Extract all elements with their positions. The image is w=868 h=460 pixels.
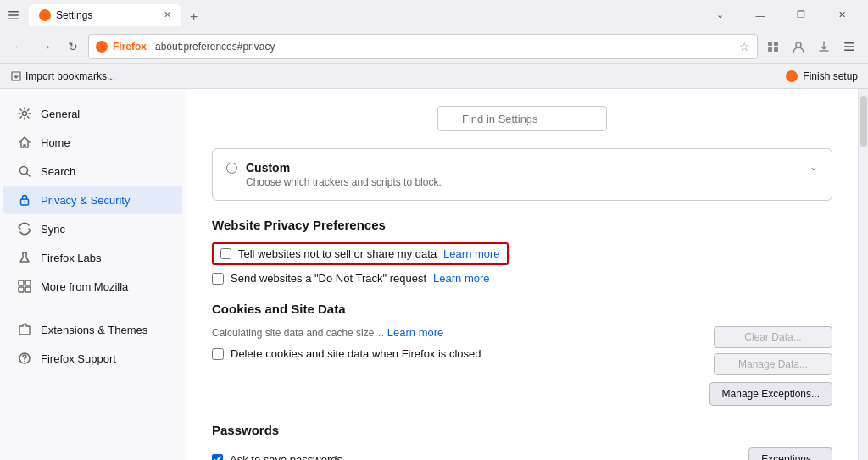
active-tab[interactable]: Settings ✕ [29, 4, 181, 26]
do-not-track-label: Send websites a "Do Not Track" request [231, 272, 426, 285]
menu-button[interactable] [837, 35, 861, 58]
cookies-description: Calculating site data and cache size… Le… [212, 326, 704, 339]
do-not-track-checkbox[interactable] [212, 273, 224, 285]
sidebar-item-search[interactable]: Search [3, 157, 182, 186]
sidebar-item-firefox-labs[interactable]: Firefox Labs [3, 243, 182, 272]
svg-rect-3 [768, 42, 772, 46]
custom-radio-button[interactable] [226, 163, 237, 174]
custom-title: Custom [246, 161, 801, 175]
sidebar-item-label: Firefox Support [41, 352, 116, 365]
forward-button[interactable]: → [34, 35, 58, 58]
sidebar-divider [10, 308, 175, 308]
cookies-right: Clear Data... Manage Data... [714, 326, 832, 375]
svg-rect-10 [844, 49, 854, 51]
cookies-desc-text: Calculating site data and cache size… [212, 327, 384, 339]
mozilla-icon [17, 279, 32, 294]
content-area: Custom Choose which trackers and scripts… [186, 89, 858, 460]
delete-cookies-checkbox[interactable] [212, 348, 224, 360]
delete-cookies-row: Delete cookies and site data when Firefo… [212, 347, 704, 360]
svg-rect-9 [844, 46, 854, 47]
cookies-section: Cookies and Site Data Calculating site d… [212, 302, 832, 406]
sidebar-item-privacy[interactable]: Privacy & Security [3, 186, 182, 214]
minimize-button[interactable]: ⌄ [700, 3, 739, 27]
svg-rect-2 [8, 18, 19, 19]
tell-websites-checkbox[interactable] [220, 248, 231, 259]
scrollbar[interactable] [858, 89, 868, 460]
cookies-layout: Calculating site data and cache size… Le… [212, 326, 832, 375]
account-button[interactable] [787, 35, 810, 58]
svg-point-14 [24, 202, 25, 203]
custom-text-group: Custom Choose which trackers and scripts… [246, 161, 801, 188]
tab-title: Settings [56, 9, 92, 21]
find-settings-input[interactable] [437, 106, 607, 131]
address-url: about:preferences#privacy [155, 41, 275, 53]
custom-chevron-icon[interactable]: ⌄ [810, 161, 818, 173]
maximize-button[interactable]: ❐ [782, 3, 821, 27]
svg-rect-18 [25, 287, 31, 292]
svg-rect-4 [774, 42, 778, 46]
delete-cookies-label: Delete cookies and site data when Firefo… [231, 347, 481, 360]
sidebar-item-label: Search [41, 165, 75, 178]
close-button[interactable]: ✕ [822, 3, 861, 27]
svg-point-20 [24, 361, 25, 363]
ask-save-checkbox[interactable] [212, 454, 223, 461]
manage-data-button[interactable]: Manage Data... [714, 353, 832, 375]
ask-save-label: Ask to save passwords [230, 453, 342, 461]
sidebar-item-more-mozilla[interactable]: More from Mozilla [3, 272, 182, 301]
cookies-learn-link[interactable]: Learn more [387, 326, 443, 339]
gear-icon [17, 106, 32, 121]
back-button[interactable]: ← [7, 35, 31, 58]
sidebar-item-general[interactable]: General [3, 99, 182, 128]
finish-favicon [786, 70, 798, 82]
lock-icon [17, 192, 32, 208]
sidebar-item-label: Privacy & Security [41, 194, 130, 207]
cookies-section-title: Cookies and Site Data [212, 302, 832, 316]
extensions-button[interactable] [761, 35, 785, 58]
sidebar-item-label: General [41, 108, 80, 120]
address-favicon [96, 41, 108, 53]
svg-rect-16 [25, 280, 31, 285]
sync-icon [17, 221, 32, 236]
website-privacy-title: Website Privacy Preferences [212, 218, 832, 232]
main-content: General Home Search [0, 89, 868, 460]
tab-close-button[interactable]: ✕ [164, 9, 171, 20]
svg-rect-5 [768, 47, 772, 52]
sidebar-item-firefox-support[interactable]: Firefox Support [3, 344, 182, 373]
svg-rect-6 [774, 47, 778, 52]
reload-button[interactable]: ↻ [61, 35, 85, 58]
sidebar-item-sync[interactable]: Sync [3, 214, 182, 243]
home-icon [17, 135, 32, 150]
finish-setup-button[interactable]: Finish setup [786, 70, 858, 82]
new-tab-button[interactable]: + [185, 8, 203, 26]
exceptions-button[interactable]: Exceptions... [748, 447, 832, 460]
custom-protection-box: Custom Choose which trackers and scripts… [212, 148, 832, 201]
import-bookmarks-button[interactable]: Import bookmarks... [10, 70, 115, 82]
sidebar-item-label: Firefox Labs [41, 252, 102, 264]
sidebar-item-label: Home [41, 136, 70, 149]
do-not-track-learn-link[interactable]: Learn more [433, 272, 489, 285]
import-bookmarks-label: Import bookmarks... [25, 70, 115, 82]
labs-icon [17, 250, 32, 265]
sidebar-item-home[interactable]: Home [3, 128, 182, 157]
do-not-track-row: Send websites a "Do Not Track" request L… [212, 272, 832, 285]
window-controls-right: ⌄ — ❐ ✕ [700, 3, 861, 27]
minimize-button[interactable]: — [741, 3, 780, 27]
passwords-section-title: Passwords [212, 423, 832, 437]
address-bar[interactable]: Firefox about:preferences#privacy ☆ [88, 34, 758, 59]
sidebar-item-extensions-themes[interactable]: Extensions & Themes [3, 315, 182, 344]
bookmark-star[interactable]: ☆ [739, 40, 750, 53]
downloads-button[interactable] [812, 35, 836, 58]
clear-data-button[interactable]: Clear Data... [714, 326, 832, 348]
search-icon [17, 163, 32, 179]
manage-exceptions-button[interactable]: Manage Exceptions... [709, 382, 832, 406]
svg-point-11 [23, 112, 27, 116]
sidebar-item-label: Sync [41, 223, 65, 236]
nav-actions [761, 35, 861, 58]
svg-rect-0 [8, 11, 19, 13]
custom-description: Choose which trackers and scripts to blo… [246, 176, 801, 188]
sidebar: General Home Search [0, 89, 186, 460]
nav-bar: ← → ↻ Firefox about:preferences#privacy … [0, 30, 868, 64]
browser-menu-button[interactable] [7, 8, 20, 22]
tell-websites-learn-link[interactable]: Learn more [443, 247, 499, 260]
finish-setup-label: Finish setup [803, 70, 858, 82]
